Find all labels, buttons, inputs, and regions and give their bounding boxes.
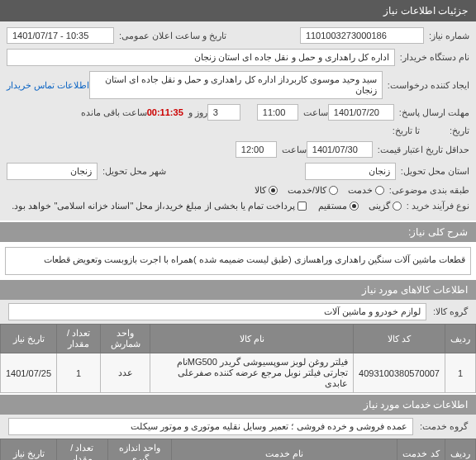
- reply-days-field: 3: [207, 104, 240, 121]
- form-area: شماره نیاز: 1101003273000186 تاریخ و ساع…: [0, 21, 476, 221]
- goods-header: اطلاعات کالاهای مورد نیاز: [0, 280, 476, 300]
- cell-date: 1401/07/25: [1, 353, 57, 393]
- radio-icon: [375, 186, 384, 195]
- topic-radio-group: خدمت کالا/خدمت کالا: [255, 185, 384, 196]
- cell-idx: 1: [445, 353, 476, 393]
- buy-process-radio-group: گزینی مستقیم: [318, 201, 402, 211]
- reply-time-label: ساعت: [298, 107, 328, 118]
- goods-table: ردیف کد کالا نام کالا واحد شمارش تعداد /…: [0, 324, 476, 393]
- svc-col-qty: تعداد / مقدار: [57, 439, 108, 461]
- buy-process-label: نوع فرآیند خرید :: [402, 201, 469, 211]
- buy-option-selective[interactable]: گزینی: [369, 201, 402, 211]
- reply-days-label: روز و: [183, 107, 207, 118]
- svc-col-date: تاریخ نیاز: [1, 439, 57, 461]
- svc-col-code: کد خدمت: [397, 439, 445, 461]
- reply-deadline-label: مهلت ارسال پاسخ:: [394, 107, 469, 118]
- topic-label: طبقه بندی موضوعی:: [384, 185, 469, 196]
- reply-time-field: 11:00: [257, 104, 298, 121]
- cell-name: فیلتر روغن لوبز سوپسیوشی گریدر MG500نام …: [150, 353, 354, 393]
- buy-option-label: مستقیم: [318, 201, 347, 211]
- province-label: استان محل تحویل:: [396, 166, 469, 177]
- topic-option-goods[interactable]: کالا: [255, 185, 278, 196]
- svc-col-name: نام خدمت: [171, 439, 397, 461]
- countdown-timer: 00:11:35: [147, 107, 183, 117]
- svc-col-idx: ردیف: [445, 439, 476, 461]
- checkbox-icon: [298, 202, 307, 211]
- cell-code: 4093100380570007: [354, 353, 445, 393]
- city-field: زنجان: [7, 163, 98, 180]
- need-number-field: 1101003273000186: [300, 27, 424, 44]
- buyer-org-label: نام دستگاه خریدار:: [395, 52, 469, 63]
- requester-label: ایجاد کننده درخواست:: [383, 80, 469, 91]
- services-group-label: گروه خدمت:: [420, 421, 468, 432]
- validity-label: حداقل تاریخ اعتبار قیمت:: [373, 145, 469, 155]
- treasury-note-checkbox[interactable]: پرداخت تمام یا بخشی از مبلغ خرید،از محل …: [12, 201, 307, 211]
- goods-col-unit: واحد شمارش: [101, 325, 150, 353]
- radio-icon: [393, 202, 402, 211]
- radio-icon: [269, 186, 278, 195]
- city-label: شهر محل تحویل:: [98, 166, 166, 177]
- province-field: زنجان: [305, 163, 396, 180]
- goods-group-value: لوازم خودرو و ماشین آلات: [8, 303, 426, 320]
- topic-option-label: کالا/خدمت: [288, 185, 326, 196]
- goods-col-qty: تعداد / مقدار: [57, 325, 101, 353]
- services-header: اطلاعات خدمات مورد نیاز: [0, 395, 476, 415]
- treasury-note-label: پرداخت تمام یا بخشی از مبلغ خرید،از محل …: [12, 201, 295, 211]
- from-date-label: تاریخ:: [445, 126, 469, 136]
- cell-unit: عدد: [101, 353, 150, 393]
- radio-icon: [329, 186, 338, 195]
- buy-option-direct[interactable]: مستقیم: [318, 201, 359, 211]
- page-title: جزئیات اطلاعات نیاز: [0, 0, 476, 21]
- requester-field: سید وحید موسوی کاربرداز اداره کل راهداری…: [89, 71, 383, 99]
- announce-dt-field: 1401/07/17 - 10:35: [7, 27, 114, 44]
- announce-dt-label: تاریخ و ساعت اعلان عمومی:: [114, 31, 226, 41]
- remain-label: ساعت باقی مانده: [76, 107, 147, 118]
- topic-option-both[interactable]: کالا/خدمت: [288, 185, 338, 196]
- topic-option-label: خدمت: [348, 185, 373, 196]
- goods-col-idx: ردیف: [445, 325, 476, 353]
- cell-qty: 1: [57, 353, 101, 393]
- buyer-org-field: اداره کل راهداری و حمل و نقل جاده ای است…: [7, 49, 395, 66]
- validity-date-field: 1401/07/30: [307, 141, 373, 158]
- need-desc-header: شرح کلی نیاز:: [0, 222, 476, 242]
- need-desc-text: قطعات ماشین آلات سنگین راهداری وراهسازی …: [5, 247, 471, 275]
- buy-option-label: گزینی: [369, 201, 390, 211]
- services-table: ردیف کد خدمت نام خدمت واحد اندازه گیری ت…: [0, 439, 476, 460]
- services-group-value: عمده فروشی و خرده فروشی ؛ تعمیر وسایل نق…: [8, 418, 413, 435]
- goods-group-label: گروه کالا:: [433, 306, 468, 317]
- need-number-label: شماره نیاز:: [424, 31, 469, 41]
- svc-col-unit: واحد اندازه گیری: [107, 439, 171, 461]
- goods-col-date: تاریخ نیاز: [1, 325, 57, 353]
- validity-time-field: 12:00: [236, 141, 277, 158]
- reply-date-field: 1401/07/20: [328, 104, 394, 121]
- validity-time-label: ساعت: [277, 145, 307, 155]
- goods-col-name: نام کالا: [150, 325, 354, 353]
- table-row[interactable]: 1 4093100380570007 فیلتر روغن لوبز سوپسی…: [1, 353, 476, 393]
- to-date-label: تا تاریخ:: [388, 126, 420, 136]
- radio-icon: [350, 202, 359, 211]
- topic-option-label: کالا: [255, 185, 266, 196]
- topic-option-service[interactable]: خدمت: [348, 185, 384, 196]
- goods-col-code: کد کالا: [354, 325, 445, 353]
- buyer-contact-link[interactable]: اطلاعات تماس خریدار: [7, 80, 89, 91]
